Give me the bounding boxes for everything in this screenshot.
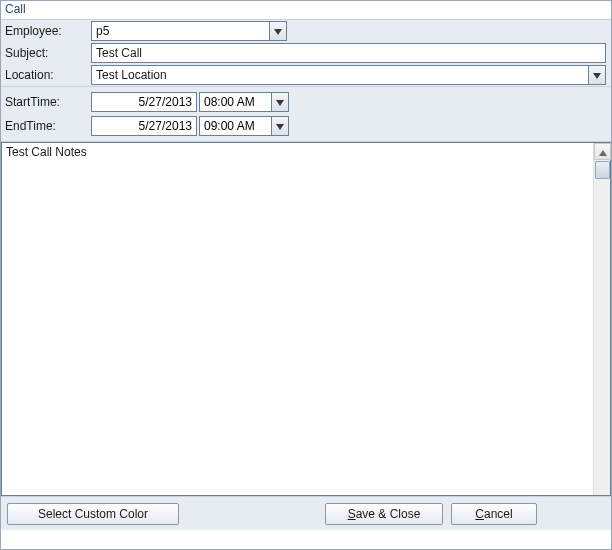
start-time-dropdown-button[interactable] [271, 92, 289, 112]
start-time-field[interactable] [199, 92, 271, 112]
end-time-dropdown-button[interactable] [271, 116, 289, 136]
location-combo[interactable] [91, 65, 606, 85]
location-field[interactable] [91, 65, 588, 85]
chevron-down-icon [593, 68, 601, 82]
end-time-field[interactable] [199, 116, 271, 136]
header-fields-panel: Employee: Subject: Location: [1, 19, 611, 87]
end-time-combo[interactable] [199, 116, 289, 136]
start-time-combo[interactable] [199, 92, 289, 112]
starttime-label: StartTime: [1, 95, 91, 109]
employee-field[interactable] [91, 21, 269, 41]
employee-dropdown-button[interactable] [269, 21, 287, 41]
subject-field[interactable] [91, 43, 606, 63]
save-rest: ave & Close [356, 507, 421, 521]
cancel-rest: ancel [484, 507, 513, 521]
button-bar: Select Custom Color Save & Close Cancel [1, 496, 611, 530]
chevron-up-icon [599, 145, 607, 159]
end-date-field[interactable] [91, 116, 197, 136]
subject-label: Subject: [1, 46, 91, 60]
notes-panel [1, 142, 611, 496]
call-dialog: Call Employee: Subject: Location: [0, 0, 612, 550]
scroll-up-button[interactable] [594, 143, 611, 160]
cancel-button[interactable]: Cancel [451, 503, 537, 525]
notes-scrollbar[interactable] [593, 143, 610, 495]
chevron-down-icon [276, 95, 284, 109]
scroll-thumb[interactable] [595, 161, 610, 179]
cancel-accesskey: C [475, 507, 484, 521]
chevron-down-icon [276, 119, 284, 133]
location-label: Location: [1, 68, 91, 82]
window-title: Call [1, 1, 611, 19]
location-dropdown-button[interactable] [588, 65, 606, 85]
save-and-close-button[interactable]: Save & Close [325, 503, 443, 525]
employee-combo[interactable] [91, 21, 287, 41]
save-accesskey: S [348, 507, 356, 521]
notes-textarea[interactable] [2, 143, 593, 495]
select-custom-color-button[interactable]: Select Custom Color [7, 503, 179, 525]
employee-label: Employee: [1, 24, 91, 38]
start-date-field[interactable] [91, 92, 197, 112]
endtime-label: EndTime: [1, 119, 91, 133]
chevron-down-icon [274, 24, 282, 38]
datetime-panel: StartTime: EndTime: [1, 87, 611, 142]
